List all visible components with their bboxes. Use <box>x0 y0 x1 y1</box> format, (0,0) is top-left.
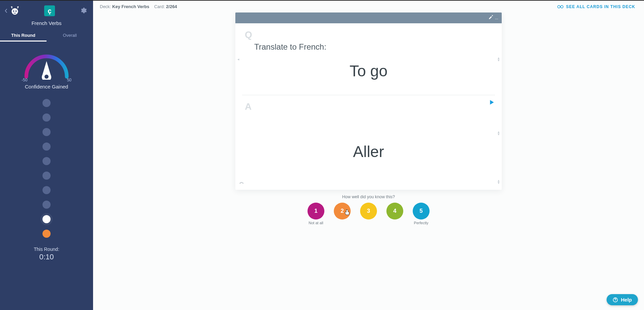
round-label: This Round: <box>34 247 59 252</box>
answer-section: ▴▾ ▴▾ A Aller ︽ <box>235 95 502 190</box>
topbar: Deck: Key French Verbs Card: 2/264 See A… <box>93 1 644 11</box>
flashcard: … ◂ ▴▾ Q Translate to French: To go ▴▾ ▴… <box>235 12 502 190</box>
question-letter: Q <box>245 29 492 40</box>
answer-expand-button[interactable]: ▴▾ <box>498 131 500 135</box>
gauge-min: -50 <box>22 78 27 82</box>
sidebar-tabs: This Round Overall <box>0 30 93 42</box>
rating-button-3[interactable]: 3 <box>360 203 377 219</box>
progress-dot <box>42 99 51 107</box>
play-audio-button[interactable] <box>489 99 495 107</box>
question-word: To go <box>245 62 492 80</box>
card-header: … <box>235 12 502 23</box>
card-expand-button[interactable]: ▴▾ <box>498 57 500 61</box>
sidebar: ç French Verbs This Round Overall <box>0 1 93 310</box>
round-timer: This Round: 0:10 <box>34 247 59 261</box>
progress-dot <box>42 128 51 136</box>
answer-letter: A <box>245 101 492 112</box>
svg-point-4 <box>557 5 560 8</box>
card-prompt: Translate to French: <box>254 42 492 52</box>
rating-caption-low: Not at all <box>309 221 323 225</box>
course-logo[interactable]: ç <box>44 5 55 16</box>
back-mascot-group <box>3 6 20 16</box>
tab-this-round[interactable]: This Round <box>0 30 47 42</box>
answer-expand-button-bottom[interactable]: ▴▾ <box>498 179 500 184</box>
rating-button-4[interactable]: 4 <box>386 203 403 219</box>
help-label: Help <box>621 297 632 303</box>
main: Deck: Key French Verbs Card: 2/264 See A… <box>93 1 644 310</box>
help-button[interactable]: Help <box>607 294 638 305</box>
see-all-cards-link[interactable]: See All Cards In This Deck <box>557 4 635 9</box>
progress-dot <box>42 172 51 180</box>
confidence-gauge: -50 50 Confidence Gained <box>20 48 74 89</box>
see-all-label: See All Cards In This Deck <box>566 4 635 9</box>
progress-dot <box>42 143 51 151</box>
rating-section: How well did you know this? 1 Not at all… <box>308 195 430 225</box>
card-area: … ◂ ▴▾ Q Translate to French: To go ▴▾ ▴… <box>93 11 644 310</box>
card-prefix: Card: <box>154 4 165 9</box>
help-icon <box>613 297 618 303</box>
rating-row: 1 Not at all 2 3 4 5 Per <box>308 203 430 225</box>
answer-word: Aller <box>245 143 492 161</box>
sidebar-top: ç <box>0 1 93 19</box>
confidence-label: Confidence Gained <box>25 84 68 89</box>
progress-dot-current <box>42 215 51 223</box>
sidebar-deck-title: French Verbs <box>31 20 61 26</box>
settings-button[interactable] <box>80 7 88 15</box>
card-prev-button[interactable]: ◂ <box>237 57 239 61</box>
gauge-arc <box>20 48 74 80</box>
svg-point-2 <box>16 10 17 12</box>
progress-dots <box>42 99 51 238</box>
progress-dot-rated <box>42 230 51 238</box>
rating-caption-high: Perfectly <box>414 221 429 225</box>
round-time: 0:10 <box>34 253 59 261</box>
progress-dot <box>42 201 51 209</box>
deck-name: Key French Verbs <box>112 4 149 9</box>
tab-overall[interactable]: Overall <box>47 30 93 42</box>
gauge-labels: -50 50 <box>20 78 74 82</box>
svg-point-7 <box>615 301 616 301</box>
rating-question: How well did you know this? <box>308 195 430 199</box>
deck-prefix: Deck: <box>100 4 111 9</box>
question-section: ◂ ▴▾ Q Translate to French: To go <box>235 23 502 95</box>
rating-button-1[interactable]: 1 <box>308 203 324 219</box>
course-logo-badge: ç <box>44 5 55 16</box>
progress-dot <box>42 113 51 122</box>
progress-dot <box>42 157 51 165</box>
svg-point-5 <box>560 5 563 8</box>
back-button[interactable] <box>3 7 9 14</box>
collapse-answer-button[interactable]: ︽ <box>239 179 244 185</box>
rating-button-5[interactable]: 5 <box>413 203 430 219</box>
mascot-icon <box>10 6 20 16</box>
svg-point-0 <box>11 8 18 15</box>
svg-point-1 <box>13 10 14 12</box>
breadcrumb: Deck: Key French Verbs Card: 2/264 <box>100 4 177 9</box>
edit-card-button[interactable]: … <box>488 15 498 21</box>
progress-dot <box>42 186 51 194</box>
gauge-max: 50 <box>67 78 71 82</box>
rating-button-2[interactable]: 2 <box>334 203 351 219</box>
glasses-icon <box>557 5 563 9</box>
card-count: 2/264 <box>166 4 177 9</box>
